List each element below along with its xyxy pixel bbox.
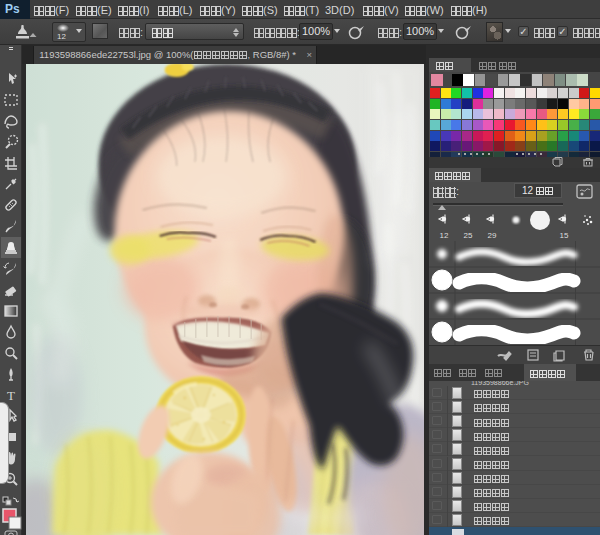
- svg-text:T: T: [7, 388, 15, 403]
- svg-text:12: 12: [440, 231, 449, 240]
- svg-text:25: 25: [464, 231, 473, 240]
- svg-text:29: 29: [488, 231, 497, 240]
- svg-text:15: 15: [560, 231, 569, 240]
